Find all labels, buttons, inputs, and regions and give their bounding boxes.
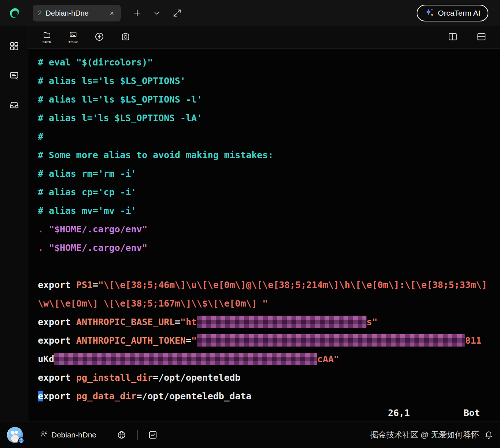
split-vertical-button[interactable] bbox=[446, 26, 459, 49]
terminal-text: # alias ls='ls $LS_OPTIONS' bbox=[38, 76, 186, 86]
terminal-line: # Some more alias to avoid making mistak… bbox=[38, 146, 500, 164]
avatar-badge-icon bbox=[18, 437, 24, 444]
terminal-text: = bbox=[175, 317, 180, 327]
sparkle-icon bbox=[425, 8, 434, 19]
new-tab-button[interactable] bbox=[131, 7, 143, 19]
split-vertical-icon bbox=[448, 32, 458, 43]
redacted-secret bbox=[54, 353, 317, 365]
terminal-text: "$HOME/.cargo/env" bbox=[49, 243, 147, 253]
terminal-output: # eval "$(dircolors)"# alias ls='ls $LS_… bbox=[38, 53, 500, 405]
terminal-text: # alias cp='cp -i' bbox=[38, 187, 136, 197]
terminal-text: # Some more alias to avoid making mistak… bbox=[38, 150, 273, 160]
terminal-text: \w\[\e[0m\] \[\e[38;5;167m\]\\$\[\e[0m\]… bbox=[38, 298, 268, 309]
terminal-toolbar: SFTP Tmux bbox=[28, 26, 500, 49]
tmux-label: Tmux bbox=[68, 40, 78, 44]
split-horizontal-icon bbox=[476, 32, 487, 43]
close-icon[interactable] bbox=[108, 9, 116, 17]
terminal-text: export bbox=[38, 280, 76, 290]
terminal-text: "\[\e[38;5;46m\]\u\[\e[0m\]@\[\e[38;5;21… bbox=[98, 280, 487, 290]
terminal-text: . bbox=[38, 224, 43, 235]
terminal-text: =/opt/openteledb bbox=[153, 372, 241, 383]
terminal-text: pg_install_dir bbox=[76, 372, 153, 383]
session-selector[interactable]: Debian-hDne bbox=[40, 430, 96, 440]
tmux-button[interactable]: Tmux bbox=[67, 26, 80, 49]
sftp-button[interactable]: SFTP bbox=[40, 26, 53, 49]
terminal-line: # alias l='ls $LS_OPTIONS -lA' bbox=[38, 109, 500, 127]
status-bar: Debian-hDne 掘金技术社区 @ 无爱如何释怀 bbox=[0, 421, 500, 448]
folder-icon bbox=[43, 31, 51, 40]
quick-command-button[interactable] bbox=[93, 26, 106, 49]
terminal-text: export bbox=[38, 317, 76, 327]
terminal-line: export ANTHROPIC_BASE_URL="hts" bbox=[38, 313, 500, 331]
terminal-text: xport bbox=[43, 391, 76, 401]
lightning-circle-icon bbox=[94, 32, 104, 43]
terminal-text: # alias ll='ls $LS_OPTIONS -l' bbox=[38, 94, 202, 105]
terminal-text: . bbox=[38, 243, 43, 253]
terminal-line bbox=[38, 257, 500, 276]
app-logo-icon[interactable] bbox=[7, 5, 22, 21]
vim-scroll-indicator: Bot bbox=[464, 408, 480, 418]
terminal-text: # eval "$(dircolors)" bbox=[38, 57, 153, 68]
screen-capture-icon bbox=[121, 32, 130, 43]
terminal-line: # alias rm='rm -i' bbox=[38, 164, 500, 183]
terminal-line: \w\[\e[0m\] \[\e[38;5;167m\]\\$\[\e[0m\]… bbox=[38, 294, 500, 313]
vim-cursor-position: 26,1 bbox=[388, 408, 410, 418]
user-session-icon bbox=[40, 430, 48, 440]
user-avatar[interactable] bbox=[7, 427, 23, 443]
terminal-text: "$HOME/.cargo/env" bbox=[49, 224, 147, 235]
tab-debian-hdne[interactable]: 2 Debian-hDne bbox=[33, 5, 121, 21]
divider bbox=[137, 430, 138, 440]
terminal-text: ANTHROPIC_AUTH_TOKEN bbox=[76, 335, 186, 346]
terminal[interactable]: # eval "$(dircolors)"# alias ls='ls $LS_… bbox=[28, 49, 500, 421]
title-bar: 2 Debian-hDne OrcaTerm AI bbox=[0, 0, 500, 26]
sftp-label: SFTP bbox=[42, 40, 51, 44]
session-name: Debian-hDne bbox=[51, 431, 96, 439]
terminal-text: "ht bbox=[180, 317, 197, 327]
terminal-line: export pg_data_dir=/opt/openteledb_data bbox=[38, 387, 500, 405]
terminal-text: pg_data_dir bbox=[76, 391, 136, 401]
terminal-text: # alias mv='mv -i' bbox=[38, 205, 136, 216]
chart-icon[interactable] bbox=[148, 430, 158, 440]
redacted-secret bbox=[197, 316, 367, 328]
ai-button-label: OrcaTerm AI bbox=[438, 9, 480, 17]
terminal-line: export pg_install_dir=/opt/openteledb bbox=[38, 368, 500, 387]
split-horizontal-button[interactable] bbox=[475, 26, 488, 49]
terminal-text: =/opt/openteledb_data bbox=[136, 391, 251, 401]
terminal-text: " bbox=[191, 335, 197, 346]
terminal-line: export PS1="\[\e[38;5;46m\]\u\[\e[0m\]@\… bbox=[38, 276, 500, 294]
terminal-text: 811 bbox=[465, 335, 481, 346]
inbox-icon[interactable] bbox=[0, 100, 28, 111]
terminal-line: # alias mv='mv -i' bbox=[38, 201, 500, 220]
terminal-line: # alias cp='cp -i' bbox=[38, 183, 500, 201]
host-list-icon[interactable] bbox=[0, 70, 28, 81]
tab-index: 2 bbox=[38, 9, 42, 17]
terminal-line: # eval "$(dircolors)" bbox=[38, 53, 500, 72]
pane-split-group bbox=[446, 26, 488, 49]
vim-cursor: e bbox=[38, 391, 43, 401]
terminal-line: # alias ll='ls $LS_OPTIONS -l' bbox=[38, 90, 500, 109]
chevron-down-icon[interactable] bbox=[151, 7, 163, 19]
terminal-text: PS1 bbox=[76, 280, 92, 290]
expand-icon[interactable] bbox=[171, 7, 183, 19]
terminal-text bbox=[43, 243, 49, 253]
terminal-text: s" bbox=[366, 317, 377, 327]
orcaterm-ai-button[interactable]: OrcaTerm AI bbox=[417, 5, 488, 21]
apps-grid-icon[interactable] bbox=[0, 41, 28, 52]
terminal-line: # bbox=[38, 127, 500, 146]
globe-icon[interactable] bbox=[117, 430, 126, 440]
bell-icon[interactable] bbox=[484, 430, 493, 440]
terminal-line: . "$HOME/.cargo/env" bbox=[38, 239, 500, 257]
terminal-line: uKdcAA" bbox=[38, 350, 500, 368]
terminal-line: export ANTHROPIC_AUTH_TOKEN="811 bbox=[38, 331, 500, 350]
terminal-text: export bbox=[38, 335, 76, 346]
tmux-terminal-icon bbox=[69, 31, 78, 40]
screen-capture-button[interactable] bbox=[119, 26, 132, 49]
tab-title: Debian-hDne bbox=[46, 9, 89, 17]
terminal-text: # alias rm='rm -i' bbox=[38, 168, 136, 179]
redacted-secret bbox=[197, 334, 465, 347]
terminal-text: = bbox=[186, 335, 191, 346]
terminal-text: cAA" bbox=[317, 354, 339, 364]
terminal-text: ANTHROPIC_BASE_URL bbox=[76, 317, 175, 327]
terminal-text bbox=[43, 224, 49, 235]
terminal-line: . "$HOME/.cargo/env" bbox=[38, 220, 500, 239]
